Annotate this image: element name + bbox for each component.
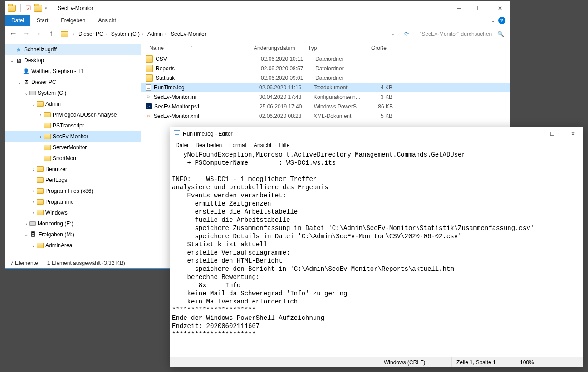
address-dropdown-icon[interactable]: ⌄ [392,32,397,36]
search-input[interactable]: "SecEv-Monitor" durchsuchen 🔍 [416,29,507,39]
close-button[interactable]: ✕ [490,2,510,15]
tab-view[interactable]: Ansicht [92,15,122,26]
expand-icon[interactable]: ⌄ [30,102,37,107]
header-type[interactable]: Typ [304,45,359,51]
window-title: SecEv-Monitor [58,5,93,11]
file-row[interactable]: CSV02.06.2020 10:11Dateiordner [141,54,510,64]
status-encoding: Windows (CRLF) [379,357,451,367]
tree-item[interactable]: ⌄Desktop [5,55,141,66]
folder-icon [44,112,51,117]
tab-start[interactable]: Start [30,15,54,26]
tree-item-label: SnortMon [53,155,76,162]
file-date: 02.06.2020 10:11 [257,56,312,62]
file-row[interactable]: SecEv-Monitor.xml02.06.2020 08:28XML-Dok… [141,111,510,121]
notepad-titlebar[interactable]: RunTime.log - Editor ─ ☐ ✕ [170,127,583,141]
header-date[interactable]: Änderungsdatum [250,45,304,51]
menu-edit[interactable]: Bearbeiten [193,141,225,149]
tree-item-label: Programme [45,199,74,205]
tree-item-label: Walther, Stephan - T1 [31,68,84,74]
minimize-button[interactable]: ─ [449,2,469,15]
tree-item[interactable]: ›SecEv-Monitor [5,131,141,142]
tree-item[interactable]: PSTranscript [5,120,141,131]
header-name: Name˄ [146,45,250,51]
header-size[interactable]: Größe [359,45,391,51]
tree-item[interactable]: ⌄Freigaben (M:) [5,229,141,240]
help-icon[interactable]: ? [498,17,505,24]
folder-icon [44,134,51,139]
tree-item[interactable]: ›Program Files (x86) [5,186,141,196]
expand-icon[interactable]: › [30,189,37,194]
expand-icon[interactable]: ⌄ [16,80,22,85]
expand-icon[interactable]: › [30,167,37,172]
tree-item[interactable]: ›AdminArea [5,240,141,251]
tree-item[interactable]: ›Monitoring (E:) [5,218,141,229]
tree-item[interactable]: ›Programme [5,196,141,207]
folder-icon [146,74,153,82]
forward-button[interactable]: 🠖 [20,29,31,39]
back-button[interactable]: 🠔 [8,29,19,39]
address-bar[interactable]: › Dieser PC› System (C:)› Admin› SecEv-M… [59,29,399,39]
tree-item[interactable]: Walther, Stephan - T1 [5,66,141,77]
folder-icon [37,177,44,183]
notepad-statusbar: Windows (CRLF) Zeile 1, Spalte 1 100% [170,357,583,367]
file-row[interactable]: SecEv-Monitor.ps125.06.2019 17:40Windows… [141,102,510,111]
tree-item[interactable]: SnortMon [5,153,141,164]
crumb-admin: Admin› [147,31,169,37]
tree-item[interactable]: ›Benutzer [5,164,141,175]
expand-icon[interactable]: › [30,200,37,205]
net-icon [29,231,37,238]
file-row[interactable]: Reports02.06.2020 08:57Dateiordner [141,64,510,73]
file-name: Reports [156,65,257,72]
expand-icon[interactable]: ⌄ [23,91,29,96]
notepad-text-area[interactable]: yNotFoundException,Microsoft.ActiveDirec… [170,150,583,357]
properties-icon[interactable]: ☑ [25,5,31,12]
tree-item-label: Program Files (x86) [45,188,93,194]
column-headers[interactable]: Name˄ Änderungsdatum Typ Größe [141,42,510,54]
file-name: SecEv-Monitor.xml [154,113,255,119]
tree-item[interactable]: ⌄Dieser PC [5,77,141,88]
ribbon-expand-icon[interactable]: ⌄ [491,18,495,23]
menu-view[interactable]: Ansicht [251,141,274,149]
tree-item[interactable]: ›PrivilegedADUser-Analyse [5,109,141,120]
minimize-button[interactable]: ─ [522,127,542,141]
tree-item[interactable]: PerfLogs [5,175,141,186]
maximize-button[interactable]: ☐ [542,127,563,141]
explorer-titlebar[interactable]: ☑ ▾ SecEv-Monitor ─ ☐ ✕ [5,1,510,15]
expand-icon[interactable]: ⌄ [9,58,15,63]
expand-icon[interactable]: › [30,243,37,248]
new-folder-icon[interactable] [34,5,42,12]
notepad-icon [174,130,180,137]
menu-help[interactable]: Hilfe [276,141,292,149]
expand-icon[interactable]: › [38,134,44,139]
menu-file[interactable]: Datei [173,141,191,149]
status-selection: 1 Element ausgewählt (3,32 KB) [47,260,125,266]
tree-item-label: PSTranscript [53,122,84,129]
menu-format[interactable]: Format [226,141,249,149]
refresh-button[interactable]: ⟳ [401,29,412,39]
qat-dropdown-icon[interactable]: ▾ [45,6,47,10]
expand-icon[interactable]: ⌄ [23,232,29,237]
recent-dropdown[interactable]: ▾ [33,29,44,39]
file-size: 4 KB [364,84,392,91]
up-button[interactable]: 🠕 [46,29,57,39]
tab-share[interactable]: Freigeben [54,15,92,26]
maximize-button[interactable]: ☐ [469,2,490,15]
tree-item-label: Windows [45,210,68,216]
tree-item[interactable]: Schnellzugriff [5,44,141,55]
expand-icon[interactable]: › [23,221,29,226]
file-row[interactable]: RunTime.log02.06.2020 11:16Textdokument4… [141,83,510,92]
tree-item[interactable]: ⌄System (C:) [5,88,141,98]
expand-icon[interactable]: › [30,210,37,215]
pc-icon [15,57,22,64]
close-button[interactable]: ✕ [563,127,583,141]
expand-icon[interactable]: › [38,113,44,117]
folder-icon [37,188,44,194]
status-zoom: 100% [515,357,547,367]
tab-file[interactable]: Datei [5,15,30,26]
tree-item[interactable]: ServerMonitor [5,142,141,153]
navigation-tree[interactable]: Schnellzugriff⌄DesktopWalther, Stephan -… [5,42,141,258]
file-row[interactable]: SecEv-Monitor.ini30.04.2020 17:48Konfigu… [141,92,510,102]
file-row[interactable]: Statistik02.06.2020 09:01Dateiordner [141,73,510,83]
tree-item[interactable]: ⌄Admin [5,98,141,109]
tree-item[interactable]: ›Windows [5,207,141,218]
